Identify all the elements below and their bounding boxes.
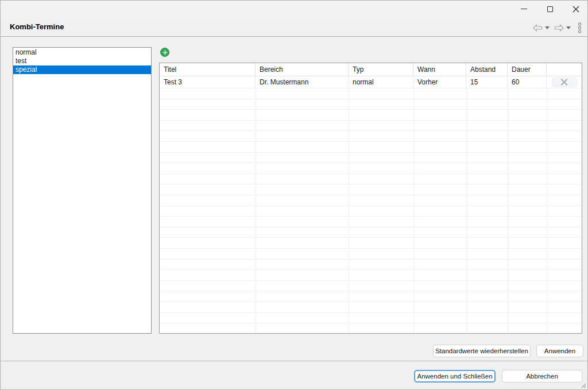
minimize-button[interactable]	[514, 2, 533, 16]
forward-button[interactable]	[553, 23, 564, 32]
close-icon	[572, 6, 579, 13]
appointments-table: Titel Bereich Typ Wann Abstand Dauer Tes…	[159, 63, 582, 334]
column-header-bereich[interactable]: Bereich	[256, 63, 349, 76]
back-button[interactable]	[532, 23, 543, 32]
header-separator	[1, 36, 587, 37]
cell-abstand[interactable]: 15	[466, 76, 508, 88]
maximize-icon	[547, 6, 553, 12]
close-button[interactable]	[566, 2, 586, 16]
resize-grip[interactable]	[581, 383, 586, 388]
list-item-test[interactable]: test	[13, 57, 151, 65]
back-history-dropdown[interactable]	[544, 25, 550, 30]
grid-line	[256, 88, 256, 333]
table-row: Test 3 Dr. Mustermann normal Vorher 15 6…	[160, 76, 582, 88]
add-button[interactable]	[160, 48, 169, 57]
grid-line	[466, 88, 467, 333]
forward-history-dropdown[interactable]	[566, 25, 571, 30]
cell-bereich[interactable]: Dr. Mustermann	[256, 76, 349, 88]
forward-arrow-icon	[554, 24, 564, 32]
apply-button[interactable]: Anwenden	[536, 345, 583, 357]
footer-separator	[1, 361, 587, 361]
titlebar	[1, 1, 587, 18]
cell-wann[interactable]: Vorher	[413, 76, 466, 88]
profile-list[interactable]: normal test spezial	[13, 47, 152, 334]
grid-line	[413, 88, 414, 333]
table-empty-rows	[160, 88, 582, 333]
dialog-window: Kombi-Termine normal test spezial	[0, 0, 588, 390]
minimize-icon	[521, 9, 527, 9]
back-arrow-icon	[533, 24, 543, 32]
page-title: Kombi-Termine	[10, 22, 64, 31]
plus-icon	[163, 50, 168, 55]
maximize-button[interactable]	[540, 2, 560, 16]
kebab-menu-icon	[578, 22, 582, 33]
cell-typ[interactable]: normal	[349, 76, 413, 88]
cell-dauer[interactable]: 60	[508, 76, 547, 88]
grid-line	[349, 88, 349, 333]
list-item-spezial[interactable]: spezial	[13, 65, 151, 74]
chevron-down-icon	[566, 26, 571, 29]
apply-and-close-button[interactable]: Anwenden und Schließen	[414, 370, 496, 383]
table-header-row: Titel Bereich Typ Wann Abstand Dauer	[160, 63, 582, 76]
column-header-wann[interactable]: Wann	[413, 63, 466, 76]
delete-x-icon	[560, 79, 568, 86]
cell-actions	[547, 76, 582, 88]
delete-row-button[interactable]	[552, 78, 577, 87]
cell-titel[interactable]: Test 3	[160, 76, 256, 88]
column-header-actions	[547, 63, 582, 76]
cancel-button[interactable]: Abbrechen	[502, 370, 582, 383]
column-header-typ[interactable]: Typ	[349, 63, 413, 76]
list-item-normal[interactable]: normal	[13, 48, 151, 57]
column-header-dauer[interactable]: Dauer	[508, 63, 547, 76]
chevron-down-icon	[545, 26, 550, 29]
restore-defaults-button[interactable]: Standardwerte wiederherstellen	[433, 345, 531, 357]
column-header-abstand[interactable]: Abstand	[466, 63, 508, 76]
view-menu-button[interactable]	[576, 22, 583, 33]
column-header-titel[interactable]: Titel	[160, 63, 256, 76]
grid-line	[547, 88, 547, 333]
grid-line	[508, 88, 508, 333]
